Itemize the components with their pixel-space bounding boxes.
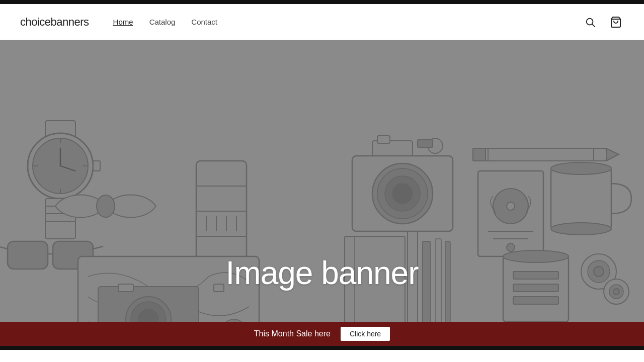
svg-rect-17: [93, 161, 100, 171]
svg-rect-47: [473, 148, 486, 161]
svg-point-57: [551, 162, 611, 174]
svg-rect-45: [473, 148, 606, 161]
svg-rect-79: [513, 284, 558, 292]
svg-rect-74: [435, 239, 441, 322]
svg-rect-56: [551, 168, 611, 229]
nav-link-catalog[interactable]: Catalog: [149, 18, 176, 26]
svg-point-55: [507, 243, 515, 251]
svg-rect-64: [118, 284, 133, 292]
brand-logo[interactable]: choicebanners: [20, 16, 89, 29]
hero-title: Image banner: [226, 254, 419, 292]
top-black-bar: [0, 0, 644, 4]
cart-icon: [610, 16, 622, 28]
sale-bar-button[interactable]: Click here: [341, 327, 390, 341]
sale-bar: This Month Sale here Click here: [0, 322, 644, 346]
nav-link-contact[interactable]: Contact: [191, 18, 217, 26]
svg-point-42: [392, 184, 413, 204]
nav-link-home[interactable]: Home: [113, 18, 133, 26]
svg-point-58: [551, 223, 611, 235]
svg-point-83: [594, 266, 604, 277]
svg-rect-78: [513, 272, 558, 279]
svg-point-86: [613, 289, 619, 295]
nav-links: Home Catalog Contact: [113, 18, 583, 26]
svg-point-18: [97, 195, 115, 217]
svg-rect-73: [423, 241, 430, 322]
svg-rect-75: [445, 241, 450, 322]
svg-rect-80: [513, 297, 558, 304]
svg-point-77: [503, 250, 569, 262]
svg-line-1: [592, 24, 595, 27]
svg-rect-44: [418, 140, 433, 147]
svg-rect-65: [214, 284, 224, 292]
search-icon: [585, 17, 596, 28]
sale-bar-text: This Month Sale here: [254, 329, 331, 338]
navigation: choicebanners Home Catalog Contact: [0, 4, 644, 40]
bottom-black-bar: [0, 346, 644, 350]
svg-rect-37: [377, 136, 390, 143]
nav-icon-group: [583, 14, 624, 30]
svg-point-52: [507, 202, 515, 210]
hero-banner: Image banner: [0, 40, 644, 322]
hero-text-overlay: Image banner: [226, 254, 419, 322]
svg-rect-19: [8, 241, 48, 269]
search-button[interactable]: [583, 15, 598, 30]
cart-button[interactable]: [608, 14, 624, 30]
